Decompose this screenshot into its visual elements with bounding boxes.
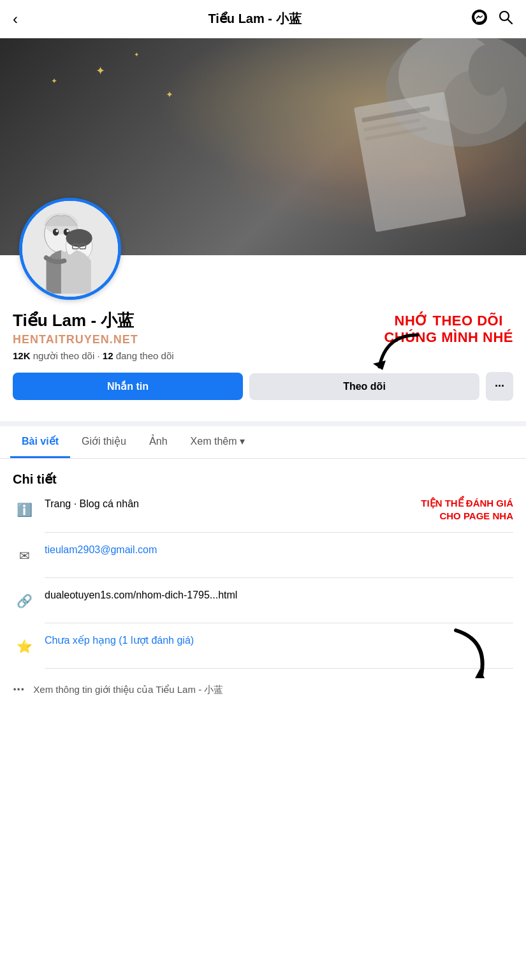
info-icon: ℹ️ xyxy=(13,498,36,521)
details-section: Chi tiết ℹ️ Trang · Blog cá nhân TIỆN TH… xyxy=(0,459,526,711)
svg-point-6 xyxy=(469,45,507,96)
detail-row-rating[interactable]: ⭐ Chưa xếp hạng (1 lượt đánh giá) xyxy=(13,634,513,658)
detail-row-email[interactable]: ✉ tieulam2903@gmail.com xyxy=(13,543,513,567)
star-icon: ⭐ xyxy=(13,635,36,658)
followers-info: 12K người theo dõi · 12 đang theo dõi xyxy=(13,350,513,362)
detail-row-page-type: ℹ️ Trang · Blog cá nhân TIỆN THỂ ĐÁNH GI… xyxy=(13,497,513,522)
rating-arrow xyxy=(443,627,494,687)
svg-line-2 xyxy=(508,19,513,24)
follow-button[interactable]: Theo dõi xyxy=(249,373,479,400)
link-icon: 🔗 xyxy=(13,590,36,612)
tab-more[interactable]: Xem thêm ▾ xyxy=(179,426,256,458)
more-dots-icon: ··· xyxy=(13,681,24,698)
svg-point-19 xyxy=(66,229,92,247)
search-icon[interactable] xyxy=(498,10,513,29)
profile-info-section: Tiểu Lam - 小蓝 HENTAITRUYEN.NET 12K người… xyxy=(0,255,526,411)
rating-cta-text: TIỆN THỂ ĐÁNH GIÁCHO PAGE NHA xyxy=(284,497,514,522)
divider-3 xyxy=(45,623,513,623)
follow-arrow xyxy=(367,332,424,379)
tab-photos[interactable]: Ảnh xyxy=(138,426,179,458)
page-type-text: Trang · Blog cá nhân xyxy=(45,497,275,511)
tab-posts[interactable]: Bài viết xyxy=(10,426,70,458)
back-button[interactable]: ‹ xyxy=(13,10,38,28)
website-text[interactable]: dualeotuyen1s.com/nhom-dich-1795...html xyxy=(45,588,513,602)
divider-1 xyxy=(45,532,513,533)
detail-row-website[interactable]: 🔗 dualeotuyen1s.com/nhom-dich-1795...htm… xyxy=(13,588,513,612)
email-text[interactable]: tieulam2903@gmail.com xyxy=(45,543,513,557)
nav-icons-group xyxy=(471,9,513,29)
email-icon: ✉ xyxy=(13,544,36,567)
more-info-row[interactable]: ··· Xem thông tin giới thiệu của Tiểu La… xyxy=(13,679,513,698)
svg-point-14 xyxy=(53,228,59,235)
messenger-icon[interactable] xyxy=(471,9,488,29)
top-navigation: ‹ Tiểu Lam - 小蓝 xyxy=(0,0,526,38)
cover-section: ✦ ✦ ✦ ✦ xyxy=(0,38,526,255)
more-options-button[interactable]: ··· xyxy=(486,372,513,401)
action-buttons-group: Nhắn tin Theo dõi ··· xyxy=(13,372,513,401)
svg-point-16 xyxy=(56,230,59,232)
more-info-text[interactable]: Xem thông tin giới thiệu của Tiểu Lam - … xyxy=(33,684,223,696)
tab-about[interactable]: Giới thiệu xyxy=(70,426,138,458)
profile-tabs: Bài viết Giới thiệu Ảnh Xem thêm ▾ xyxy=(0,421,526,459)
details-title: Chi tiết xyxy=(13,471,513,487)
page-title: Tiểu Lam - 小蓝 xyxy=(38,10,471,27)
message-button[interactable]: Nhắn tin xyxy=(13,373,243,400)
chevron-down-icon: ▾ xyxy=(240,435,245,447)
svg-point-17 xyxy=(66,230,69,232)
divider-2 xyxy=(45,577,513,578)
